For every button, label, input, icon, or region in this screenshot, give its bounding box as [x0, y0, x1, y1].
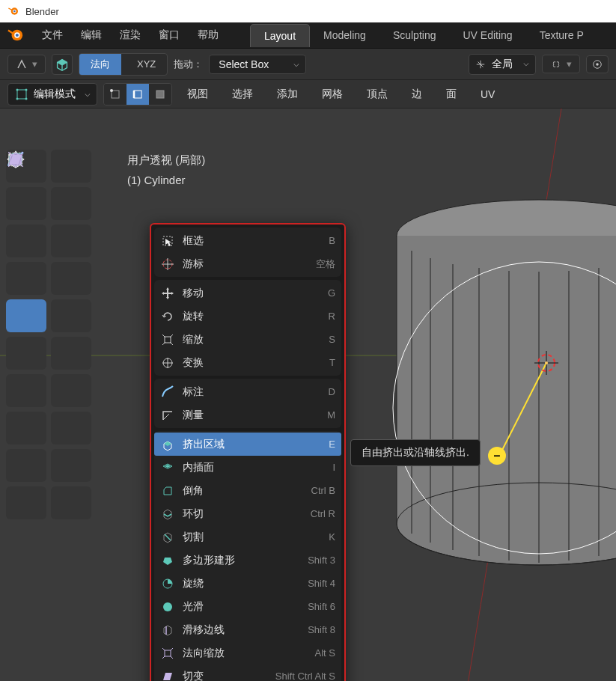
ctx-loopcut[interactable]: 环切Ctrl R — [154, 502, 341, 525]
ctx-shortcut: 空格 — [316, 257, 335, 271]
ctx-scale[interactable]: 缩放S — [154, 328, 341, 351]
options-menu[interactable] — [586, 55, 609, 73]
svg-point-12 — [25, 97, 28, 100]
svg-point-35 — [545, 361, 548, 364]
menu-render[interactable]: 渲染 — [111, 25, 150, 46]
tool-rip[interactable] — [51, 486, 91, 519]
ws-modeling[interactable]: Modeling — [310, 24, 379, 47]
ctx-smooth[interactable]: 光滑Shift 6 — [154, 595, 341, 618]
menu-edit[interactable]: 编辑 — [72, 25, 111, 46]
extrude-icon — [160, 437, 175, 452]
measure-icon — [160, 408, 175, 423]
ctx-bevel[interactable]: 倒角Ctrl B — [154, 479, 341, 502]
ctx-label: 标注 — [183, 385, 329, 399]
ctx-move[interactable]: 移动G — [154, 281, 341, 305]
ctx-shortcut: Shift 6 — [308, 601, 335, 612]
snap-dropdown[interactable]: ▾ — [7, 55, 46, 74]
face-select-mode[interactable] — [149, 84, 171, 105]
ws-uvediting[interactable]: UV Editing — [449, 24, 525, 47]
ctx-annotate[interactable]: 标注D — [154, 380, 341, 403]
menu-window[interactable]: 窗口 — [150, 25, 189, 46]
ctx-label: 缩放 — [183, 333, 329, 346]
svg-point-9 — [16, 88, 19, 91]
hmenu-uv[interactable]: UV — [472, 85, 504, 103]
ctx-shear[interactable]: 切变Shift Ctrl Alt S — [154, 665, 341, 681]
link-toggle[interactable]: ▾ — [542, 55, 580, 73]
tool-inset[interactable] — [51, 299, 91, 332]
menu-help[interactable]: 帮助 — [189, 25, 228, 46]
orientation-toggle[interactable]: 法向 XYZ — [79, 53, 168, 76]
ctx-inset[interactable]: 内插面I — [154, 456, 341, 479]
ctx-label: 滑移边线 — [183, 623, 308, 637]
ctx-box-select[interactable]: 框选B — [154, 229, 341, 252]
ctx-transform[interactable]: 变换T — [154, 351, 341, 374]
window-title-bar: Blender — [0, 0, 616, 22]
tool-annotate[interactable] — [6, 262, 46, 295]
tool-measure[interactable] — [51, 262, 91, 295]
tool-shear[interactable] — [6, 486, 46, 519]
hmenu-edge[interactable]: 边 — [403, 85, 431, 104]
viewport-info: 用户透视 (局部) (1) Cylinder — [127, 150, 205, 190]
tool-knife[interactable] — [6, 374, 46, 407]
hmenu-vertex[interactable]: 顶点 — [358, 85, 397, 104]
hmenu-view[interactable]: 视图 — [178, 85, 217, 104]
tool-smooth[interactable] — [51, 412, 91, 445]
drag-mode-dropdown[interactable]: Select Box — [209, 55, 306, 74]
ctx-label: 旋绕 — [183, 577, 308, 590]
tool-shrink[interactable] — [51, 449, 91, 482]
ctx-shortcut: M — [327, 409, 335, 421]
orient-xyz[interactable]: XYZ — [126, 55, 167, 73]
mode-label: 编辑模式 — [34, 88, 76, 101]
hmenu-mesh[interactable]: 网格 — [313, 85, 352, 104]
tool-bevel[interactable] — [6, 337, 46, 370]
tool-polybuild[interactable] — [51, 374, 91, 407]
tool-loopcut[interactable] — [51, 337, 91, 370]
ctx-label: 切割 — [183, 531, 329, 544]
ctx-shortcut: Shift 4 — [308, 578, 335, 589]
ctx-shrink[interactable]: 法向缩放Alt S — [154, 641, 341, 665]
tool-edgeslide[interactable] — [6, 449, 46, 482]
ctx-spin[interactable]: 旋绕Shift 4 — [154, 572, 341, 595]
edge-select-mode[interactable] — [126, 84, 149, 105]
ctx-polybuild[interactable]: 多边形建形Shift 3 — [154, 549, 341, 572]
ctx-shortcut: Ctrl B — [311, 485, 336, 496]
hmenu-add[interactable]: 添加 — [268, 85, 307, 104]
tool-extrude[interactable] — [6, 299, 46, 332]
ctx-edgeslide[interactable]: 滑移边线Shift 8 — [154, 618, 341, 641]
scale-icon — [160, 332, 175, 347]
tool-scale[interactable] — [6, 225, 46, 257]
mode-dropdown[interactable]: 编辑模式 — [7, 83, 97, 106]
ctx-shortcut: D — [329, 386, 335, 397]
ctx-label: 框选 — [183, 234, 329, 248]
blender-menu-icon[interactable] — [7, 27, 24, 43]
transform-orientation-dropdown[interactable]: 全局 — [469, 54, 536, 75]
tool-shelf — [6, 150, 99, 519]
ws-sculpting[interactable]: Sculpting — [379, 24, 450, 47]
tooltip-text: 自由挤出或沿轴线挤出. — [362, 446, 469, 458]
ctx-rotate[interactable]: 旋转R — [154, 305, 341, 328]
ctx-measure[interactable]: 测量M — [154, 403, 341, 427]
ws-layout[interactable]: Layout — [250, 24, 310, 47]
menu-file[interactable]: 文件 — [33, 25, 72, 46]
hmenu-face[interactable]: 面 — [437, 85, 466, 104]
svg-point-5 — [16, 34, 19, 37]
ctx-shortcut: R — [329, 311, 335, 322]
ctx-shortcut: S — [329, 334, 335, 345]
vertex-select-mode[interactable] — [104, 84, 126, 105]
ctx-cursor[interactable]: 游标空格 — [154, 252, 341, 275]
ctx-knife[interactable]: 切割K — [154, 525, 341, 549]
ctx-extrude[interactable]: 挤出区域E — [154, 433, 341, 456]
ctx-shortcut: Alt S — [315, 647, 335, 659]
tool-icon-extrude[interactable] — [52, 54, 73, 75]
tool-rotate[interactable] — [51, 187, 91, 220]
ctx-label: 挤出区域 — [183, 438, 329, 451]
tool-spin[interactable] — [6, 412, 46, 445]
tool-cursor[interactable] — [51, 150, 91, 183]
hmenu-select[interactable]: 选择 — [223, 85, 262, 104]
box-select-icon — [160, 233, 175, 248]
tool-transform[interactable] — [51, 225, 91, 257]
ws-texture[interactable]: Texture P — [526, 24, 597, 47]
orient-normal[interactable]: 法向 — [79, 54, 121, 75]
ctx-shortcut: I — [332, 462, 335, 473]
tool-move[interactable] — [6, 187, 46, 220]
